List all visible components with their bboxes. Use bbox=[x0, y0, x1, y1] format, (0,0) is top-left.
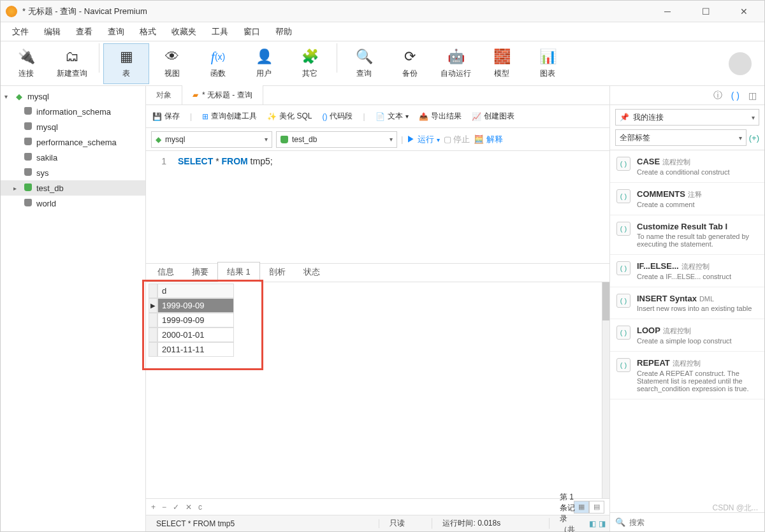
snippet-item[interactable]: ( )LOOP流程控制Create a simple loop construc… bbox=[610, 319, 764, 352]
result-tab[interactable]: 状态 bbox=[295, 262, 329, 282]
database-selector[interactable]: test_db▾ bbox=[276, 131, 397, 148]
result-tab[interactable]: 结果 1 bbox=[217, 262, 260, 282]
toolbar-查询[interactable]: 🔍查询 bbox=[341, 43, 387, 84]
cancel-button[interactable]: ✕ bbox=[186, 503, 192, 512]
toolbar-自动运行[interactable]: 🤖自动运行 bbox=[433, 43, 479, 84]
result-tab[interactable]: 剖析 bbox=[260, 262, 295, 282]
form-view-button[interactable]: ▤ bbox=[589, 501, 604, 514]
database-icon bbox=[22, 183, 34, 193]
maximize-button[interactable]: ☐ bbox=[694, 6, 717, 17]
toolbar-模型[interactable]: 🧱模型 bbox=[479, 43, 525, 84]
content-area: 对象▰ * 无标题 - 查询 💾保存 | ⊞查询创建工具 ✨美化 SQL ()代… bbox=[146, 86, 610, 531]
tree-root[interactable]: ▾ ◆ mysql bbox=[1, 89, 145, 104]
line-number: 1 bbox=[154, 156, 166, 258]
code-snippet-icon[interactable]: ( ) bbox=[731, 90, 740, 101]
avatar[interactable] bbox=[729, 52, 752, 75]
menu-item[interactable]: 格式 bbox=[140, 26, 156, 38]
toolbar-函数[interactable]: f(x)函数 bbox=[195, 43, 241, 84]
apply-button[interactable]: ✓ bbox=[173, 503, 179, 512]
dock-left-icon[interactable]: ◧ bbox=[589, 519, 596, 528]
create-chart-button[interactable]: 📈创建图表 bbox=[472, 111, 514, 122]
add-snippet-icon[interactable]: (+) bbox=[749, 133, 759, 143]
info-icon[interactable]: ⓘ bbox=[713, 90, 722, 101]
snippet-item[interactable]: ( )CASE流程控制Create a conditional construc… bbox=[610, 150, 764, 183]
tree-label: mysql bbox=[36, 122, 58, 132]
layout-icon[interactable]: ◫ bbox=[748, 90, 757, 101]
save-button[interactable]: 💾保存 bbox=[152, 111, 180, 122]
minimize-button[interactable]: ─ bbox=[656, 6, 679, 17]
snippet-item[interactable]: ( )REPEAT流程控制Create A REPEAT construct. … bbox=[610, 352, 764, 399]
explain-button[interactable]: 🧮 解释 bbox=[474, 134, 503, 145]
menu-item[interactable]: 文件 bbox=[12, 26, 29, 38]
run-button[interactable]: ▶ 运行 ▾ bbox=[407, 134, 439, 145]
snippet-item[interactable]: ( )Customize Result Tab ITo name the res… bbox=[610, 215, 764, 255]
tag-filter[interactable]: 全部标签▾ bbox=[615, 129, 747, 146]
delete-row-button[interactable]: − bbox=[162, 503, 166, 512]
toolbar-视图[interactable]: 👁视图 bbox=[149, 43, 195, 84]
query-builder-button[interactable]: ⊞查询创建工具 bbox=[202, 111, 257, 122]
result-tab[interactable]: 信息 bbox=[149, 262, 183, 282]
toolbar-图表[interactable]: 📊图表 bbox=[525, 43, 571, 84]
menu-item[interactable]: 查询 bbox=[108, 26, 124, 38]
toolbar-连接[interactable]: 🔌连接 bbox=[3, 43, 49, 84]
menu-item[interactable]: 查看 bbox=[76, 26, 92, 38]
content-tab[interactable]: 对象 bbox=[146, 85, 182, 104]
tree-db-item[interactable]: information_schema bbox=[1, 104, 145, 119]
menu-item[interactable]: 帮助 bbox=[275, 26, 292, 38]
tree-db-item[interactable]: sakila bbox=[1, 150, 145, 165]
toolbar-新建查询[interactable]: 🗂新建查询 bbox=[49, 43, 95, 84]
export-result-button[interactable]: 📤导出结果 bbox=[419, 111, 462, 122]
database-icon bbox=[22, 168, 34, 178]
tree-db-item[interactable]: performance_schema bbox=[1, 134, 145, 150]
connection-filter[interactable]: 📌我的连接▾ bbox=[615, 109, 759, 126]
content-tabs: 对象▰ * 无标题 - 查询 bbox=[146, 86, 609, 105]
snippet-item[interactable]: ( )IF...ELSE...流程控制Create a IF...ELSE...… bbox=[610, 255, 764, 287]
result-tabs: 信息摘要结果 1剖析状态 bbox=[146, 263, 609, 282]
snippet-icon: ( ) bbox=[616, 358, 630, 372]
chevron-down-icon[interactable]: ▾ bbox=[4, 93, 13, 100]
tree-db-item[interactable]: world bbox=[1, 196, 145, 211]
refresh-button[interactable]: c bbox=[198, 503, 202, 512]
table-row[interactable]: 2011-11-11 bbox=[149, 342, 238, 357]
code-snippet-button[interactable]: ()代码段 bbox=[322, 111, 353, 122]
content-tab[interactable]: ▰ * 无标题 - 查询 bbox=[182, 85, 263, 104]
snippet-item[interactable]: ( )COMMENTS注释Create a comment bbox=[610, 183, 764, 215]
table-row[interactable]: 1999-09-09 bbox=[149, 313, 238, 327]
tree-db-item[interactable]: ▸test_db bbox=[1, 180, 145, 196]
menu-item[interactable]: 窗口 bbox=[244, 26, 260, 38]
result-grid[interactable]: d ▶1999-09-091999-09-092000-01-012011-11… bbox=[149, 284, 238, 357]
database-icon bbox=[22, 122, 34, 132]
menu-item[interactable]: 编辑 bbox=[44, 26, 61, 38]
tree-db-item[interactable]: mysql bbox=[1, 119, 145, 134]
snippet-search-input[interactable] bbox=[629, 518, 759, 527]
dock-right-icon[interactable]: ◨ bbox=[599, 519, 606, 528]
menu-item[interactable]: 工具 bbox=[212, 26, 228, 38]
tree-label: performance_schema bbox=[36, 138, 117, 147]
sql-editor[interactable]: 1 SELECT * FROM tmp5; bbox=[146, 151, 609, 263]
column-header[interactable]: d bbox=[157, 284, 234, 298]
text-button[interactable]: 📄文本▾ bbox=[375, 111, 409, 122]
connection-selector[interactable]: ◆mysql▾ bbox=[151, 131, 272, 148]
add-row-button[interactable]: + bbox=[151, 503, 156, 512]
snippet-item[interactable]: ( )INSERT SyntaxDMLInsert new rows into … bbox=[610, 287, 764, 319]
close-button[interactable]: ✕ bbox=[732, 6, 755, 17]
table-row[interactable]: ▶1999-09-09 bbox=[149, 298, 238, 313]
database-icon bbox=[22, 153, 34, 162]
result-tab[interactable]: 摘要 bbox=[183, 262, 217, 282]
scrollbar[interactable] bbox=[602, 282, 609, 498]
app-icon bbox=[6, 6, 17, 17]
tree-root-label: mysql bbox=[27, 92, 49, 101]
main-toolbar: 🔌连接🗂新建查询▦表👁视图f(x)函数👤用户🧩其它🔍查询⟳备份🤖自动运行🧱模型📊… bbox=[1, 41, 764, 86]
connection-tree[interactable]: ▾ ◆ mysql information_schemamysqlperform… bbox=[1, 86, 146, 531]
result-footer: + − ✓ ✕ c ▦ ▤ bbox=[146, 498, 609, 515]
toolbar-其它[interactable]: 🧩其它 bbox=[287, 43, 333, 84]
toolbar-表[interactable]: ▦表 bbox=[103, 43, 149, 84]
selector-row: ◆mysql▾ test_db▾ | ▶ 运行 ▾ ▢ 停止 🧮 解释 bbox=[146, 128, 609, 151]
menu-item[interactable]: 收藏夹 bbox=[171, 26, 196, 38]
toolbar-备份[interactable]: ⟳备份 bbox=[387, 43, 433, 84]
toolbar-用户[interactable]: 👤用户 bbox=[241, 43, 287, 84]
tree-db-item[interactable]: sys bbox=[1, 165, 145, 180]
database-icon bbox=[22, 199, 34, 208]
beautify-sql-button[interactable]: ✨美化 SQL bbox=[267, 111, 312, 122]
table-row[interactable]: 2000-01-01 bbox=[149, 327, 238, 342]
